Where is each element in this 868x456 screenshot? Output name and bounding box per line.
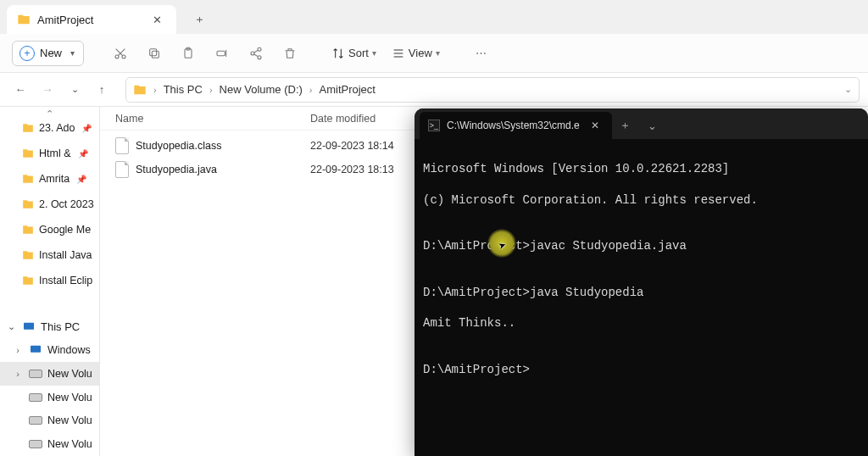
this-pc-label: This PC bbox=[41, 320, 80, 333]
terminal-window: >_ C:\Windows\System32\cmd.e ✕ ＋ ⌄ Micro… bbox=[415, 108, 868, 456]
pin-icon: 📌 bbox=[78, 149, 88, 158]
terminal-tab-dropdown[interactable]: ⌄ bbox=[639, 112, 666, 139]
sidebar-item[interactable]: 2. Oct 2023 bbox=[0, 192, 99, 217]
new-tab-button[interactable]: ＋ bbox=[185, 5, 214, 34]
term-line: Microsoft Windows [Version 10.0.22621.22… bbox=[423, 161, 860, 176]
sort-label: Sort bbox=[348, 47, 369, 59]
sidebar-this-pc[interactable]: ⌄ This PC bbox=[0, 315, 99, 339]
chevron-right-icon: › bbox=[150, 85, 160, 95]
svg-point-9 bbox=[258, 55, 261, 58]
share-button[interactable] bbox=[242, 41, 270, 66]
svg-rect-3 bbox=[150, 48, 157, 55]
sidebar-item-label: 23. Ado bbox=[39, 122, 75, 134]
sidebar-item[interactable]: Install Java bbox=[0, 242, 99, 268]
scroll-up-icon[interactable]: ⌃ bbox=[46, 108, 53, 120]
quick-access-list: 23. Ado📌 Html &📌 Amrita📌 2. Oct 2023 Goo… bbox=[0, 107, 99, 293]
terminal-body[interactable]: Microsoft Windows [Version 10.0.22621.22… bbox=[415, 139, 868, 456]
nav-back-button[interactable]: ← bbox=[8, 78, 32, 102]
sidebar-drive[interactable]: ›New Volu bbox=[0, 409, 99, 433]
folder-icon bbox=[133, 83, 147, 97]
chevron-down-icon: ⌄ bbox=[5, 321, 17, 332]
svg-point-8 bbox=[251, 52, 254, 55]
drive-label: New Volu bbox=[47, 438, 92, 450]
file-date: 22-09-2023 18:13 bbox=[310, 164, 394, 175]
chevron-down-icon: ▾ bbox=[70, 48, 75, 58]
nav-forward-button[interactable]: → bbox=[36, 78, 59, 102]
sidebar-item-label: Install Eclip bbox=[39, 275, 92, 286]
sidebar-drive[interactable]: ›New Volu bbox=[0, 386, 99, 409]
sidebar-item[interactable]: Amrita📌 bbox=[0, 166, 99, 192]
cut-button[interactable] bbox=[106, 41, 135, 66]
chevron-right-icon: › bbox=[12, 345, 24, 355]
address-row: ← → ⌄ ↑ › This PC › New Volume (D:) › Am… bbox=[0, 73, 868, 107]
folder-icon bbox=[22, 122, 34, 134]
explorer-tab[interactable]: AmitProject ✕ bbox=[7, 5, 176, 34]
paste-button[interactable] bbox=[174, 41, 203, 66]
terminal-tab[interactable]: >_ C:\Windows\System32\cmd.e ✕ bbox=[420, 112, 612, 139]
view-button[interactable]: View ▾ bbox=[387, 41, 445, 66]
term-line: (c) Microsoft Corporation. All rights re… bbox=[423, 192, 860, 208]
sidebar: ⌃ 23. Ado📌 Html &📌 Amrita📌 2. Oct 2023 G… bbox=[0, 107, 100, 456]
nav-up-button[interactable]: ↑ bbox=[90, 78, 114, 102]
sidebar-drive[interactable]: ›New Volu bbox=[0, 432, 99, 456]
address-bar[interactable]: › This PC › New Volume (D:) › AmitProjec… bbox=[125, 77, 860, 103]
chevron-right-icon: › bbox=[12, 369, 24, 379]
sidebar-drive[interactable]: ›New Volu bbox=[0, 362, 99, 386]
new-button-label: New bbox=[40, 47, 62, 59]
file-icon bbox=[115, 161, 129, 178]
folder-icon bbox=[22, 198, 34, 210]
breadcrumb-folder[interactable]: AmitProject bbox=[320, 83, 376, 96]
folder-icon bbox=[22, 275, 34, 286]
file-icon bbox=[115, 137, 129, 154]
chevron-down-icon[interactable]: ⌄ bbox=[844, 84, 852, 95]
sidebar-item[interactable]: Install Eclip bbox=[0, 268, 99, 293]
pin-icon: 📌 bbox=[81, 124, 92, 133]
explorer-tab-strip: AmitProject ✕ ＋ bbox=[0, 0, 868, 34]
drive-label: New Volu bbox=[47, 392, 92, 403]
more-button[interactable]: ⋯ bbox=[467, 41, 496, 66]
nav-recent-button[interactable]: ⌄ bbox=[63, 78, 86, 102]
chevron-right-icon: › bbox=[306, 85, 316, 95]
folder-icon bbox=[22, 173, 34, 185]
sidebar-item[interactable]: Google Me bbox=[0, 217, 99, 242]
copy-button[interactable] bbox=[140, 41, 169, 66]
disk-icon bbox=[29, 440, 42, 448]
folder-icon bbox=[22, 249, 34, 261]
explorer-toolbar: + New ▾ Sort ▾ View ▾ ⋯ bbox=[0, 34, 868, 73]
svg-rect-6 bbox=[217, 51, 225, 55]
folder-icon bbox=[17, 13, 31, 26]
chevron-right-icon: › bbox=[206, 85, 216, 95]
sidebar-drive[interactable]: ›Windows bbox=[0, 339, 99, 363]
file-name: Studyopedia.class bbox=[136, 140, 310, 152]
column-name-header[interactable]: Name bbox=[115, 113, 310, 125]
svg-rect-2 bbox=[152, 51, 159, 58]
term-line: D:\AmitProject> bbox=[423, 362, 860, 377]
breadcrumb-thispc[interactable]: This PC bbox=[164, 83, 203, 96]
new-terminal-tab-button[interactable]: ＋ bbox=[612, 112, 639, 139]
disk-icon bbox=[29, 370, 42, 378]
file-name: Studyopedia.java bbox=[136, 164, 310, 175]
term-line: D:\AmitProject>java Studyopedia bbox=[423, 285, 860, 300]
term-line: Amit Thinks.. bbox=[423, 315, 860, 331]
disk-icon bbox=[29, 393, 42, 402]
close-tab-button[interactable]: ✕ bbox=[147, 10, 166, 29]
drive-label: Windows bbox=[47, 344, 91, 356]
sort-button[interactable]: Sort ▾ bbox=[326, 41, 381, 66]
pc-icon bbox=[22, 320, 36, 334]
sidebar-item[interactable]: Html &📌 bbox=[0, 141, 99, 166]
delete-button[interactable] bbox=[275, 41, 304, 66]
svg-rect-10 bbox=[24, 322, 34, 329]
chevron-down-icon: ▾ bbox=[436, 48, 440, 58]
new-button[interactable]: + New ▾ bbox=[12, 41, 84, 66]
close-tab-button[interactable]: ✕ bbox=[587, 117, 604, 134]
folder-icon bbox=[22, 147, 34, 159]
pin-icon: 📌 bbox=[76, 175, 86, 184]
sidebar-item-label: Google Me bbox=[39, 224, 91, 236]
terminal-tab-strip: >_ C:\Windows\System32\cmd.e ✕ ＋ ⌄ bbox=[415, 108, 868, 139]
sidebar-item-label: Html & bbox=[39, 147, 71, 159]
cmd-icon: >_ bbox=[428, 120, 440, 131]
disk-icon bbox=[29, 416, 42, 425]
rename-button[interactable] bbox=[208, 41, 236, 66]
drive-label: New Volu bbox=[47, 414, 92, 426]
breadcrumb-drive[interactable]: New Volume (D:) bbox=[220, 83, 303, 96]
